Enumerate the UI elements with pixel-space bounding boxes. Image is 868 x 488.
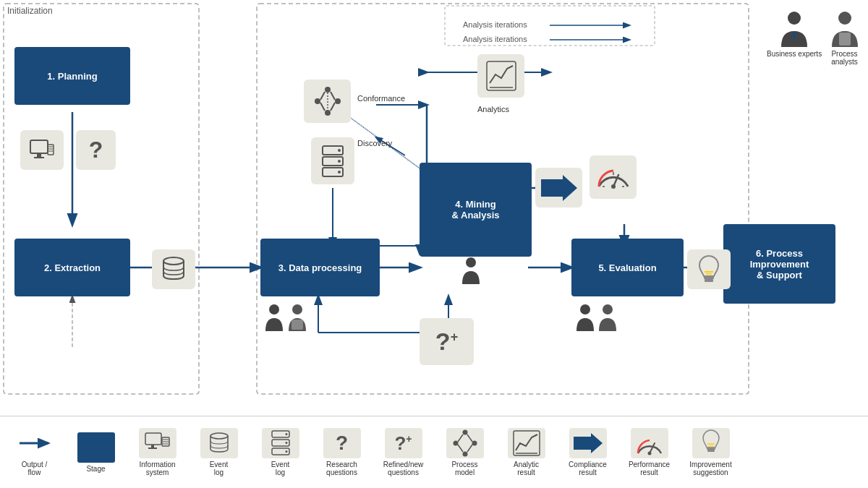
svg-rect-103 [707, 448, 715, 450]
svg-rect-76 [145, 433, 161, 445]
svg-rect-74 [839, 33, 851, 46]
svg-line-94 [458, 435, 463, 442]
legend-question-icon: ? [336, 432, 348, 455]
svg-rect-59 [704, 276, 714, 279]
business-experts-label: Business experts [767, 50, 822, 58]
svg-rect-30 [34, 157, 44, 158]
business-experts-role: Business experts [767, 11, 822, 58]
legend-stage: Stage [69, 432, 123, 473]
legend-computer-icon [145, 432, 171, 454]
stage-1-planning: 1. Planning [14, 47, 130, 105]
svg-rect-77 [151, 445, 154, 448]
legend-server-icon [271, 430, 291, 456]
legend-database-icon [208, 431, 230, 455]
event-log-server-icon-box [311, 137, 354, 184]
svg-point-89 [285, 450, 287, 453]
compliance-result-icon-box [535, 168, 582, 207]
business-expert-icon [780, 11, 809, 47]
person-1-icon [264, 304, 284, 331]
svg-point-83 [210, 433, 228, 439]
database-icon [161, 255, 187, 284]
server-icon [320, 145, 346, 178]
legend-graph-icon [451, 429, 479, 457]
person-2-icon [287, 304, 307, 331]
svg-point-85 [285, 433, 287, 435]
stage-4-mining-analysis: 4. Mining & Analysis [420, 163, 532, 257]
stage-2-extraction: 2. Extraction [14, 239, 130, 296]
discovery-label: Discovery [357, 139, 392, 147]
analysis-iterations-label-1: Analysis iterations [463, 20, 527, 29]
svg-point-67 [580, 304, 590, 314]
svg-point-91 [462, 430, 467, 435]
performance-result-icon-box [590, 155, 637, 199]
legend-chart-icon-box [508, 428, 545, 458]
legend-server-icon-box [262, 428, 299, 458]
research-questions-icon-box-1: ? [76, 130, 116, 170]
analysis-iterations-label-2: Analysis iterations [463, 35, 527, 43]
question-mark-icon: ? [89, 137, 103, 163]
legend-event-log-1: Event log [192, 428, 246, 476]
legend-output-flow: Output / flow [7, 428, 61, 476]
svg-point-66 [466, 257, 476, 267]
legend-compliance-result: Compliance result [561, 428, 615, 476]
big-arrow-icon [541, 174, 577, 202]
question-plus-icon: ?+ [435, 328, 458, 356]
legend-lightbulb-icon [699, 428, 723, 458]
legend-information-system: Information system [130, 428, 184, 476]
svg-point-63 [269, 304, 279, 314]
legend-chart-icon [513, 430, 540, 456]
svg-line-48 [331, 103, 335, 111]
svg-rect-65 [292, 320, 303, 330]
svg-point-43 [325, 87, 331, 93]
speedometer-icon [595, 159, 631, 195]
legend-process-model: Process model [438, 428, 492, 476]
stage-5-evaluation: 5. Evaluation [571, 239, 684, 296]
svg-line-47 [331, 92, 335, 100]
event-log-icon-box [152, 249, 195, 289]
svg-point-68 [603, 304, 613, 314]
process-analysts-label: Process analysts [821, 50, 868, 66]
svg-point-64 [292, 304, 302, 314]
legend-analytic-result: Analytic result [499, 428, 553, 476]
person-3-icon [461, 257, 481, 284]
improvement-suggestion-icon-box [687, 249, 731, 289]
legend-performance-result: Performance result [622, 428, 676, 476]
legend-refined-questions: ?+ Refined/new questions [376, 428, 430, 476]
initialization-label: Initialization [7, 6, 53, 16]
process-analysts-role: Process analysts [821, 11, 868, 66]
legend-question-icon-box: ? [323, 428, 361, 458]
svg-point-39 [338, 160, 341, 163]
main-container: Initialization Analysis iterations Analy… [0, 0, 868, 488]
lightbulb-icon [694, 253, 723, 286]
svg-point-55 [611, 184, 616, 189]
svg-point-42 [315, 98, 320, 104]
legend-computer-icon-box [139, 428, 176, 458]
legend-question-plus-icon: ?+ [394, 432, 412, 455]
refined-questions-icon-box: ?+ [420, 318, 474, 365]
svg-point-41 [338, 171, 341, 174]
person-5-icon [597, 304, 618, 331]
svg-line-46 [320, 92, 325, 100]
stage4-analyst [461, 257, 481, 284]
legend-speedometer-icon-box [631, 428, 668, 458]
svg-point-44 [335, 98, 341, 104]
legend-research-questions: ? Research questions [315, 428, 369, 476]
information-system-icon-box [20, 130, 64, 170]
svg-point-45 [325, 110, 331, 116]
svg-point-93 [462, 452, 467, 457]
legend-arrow-icon [18, 437, 51, 450]
svg-rect-104 [707, 450, 715, 452]
legend-event-log-2: Event log [253, 428, 307, 476]
svg-point-87 [285, 442, 287, 444]
person-4-icon [575, 304, 595, 331]
analytics-label: Analytics [477, 105, 509, 114]
svg-line-96 [467, 445, 472, 452]
legend-big-arrow-icon [574, 432, 603, 454]
legend-improvement-suggestion: Improvement suggestion [684, 428, 738, 476]
svg-rect-28 [30, 140, 48, 153]
legend-process-model-icon-box [446, 428, 484, 458]
svg-marker-53 [541, 175, 577, 201]
svg-line-95 [467, 435, 472, 442]
svg-rect-29 [37, 153, 41, 157]
legend-database-icon-box [200, 428, 238, 458]
